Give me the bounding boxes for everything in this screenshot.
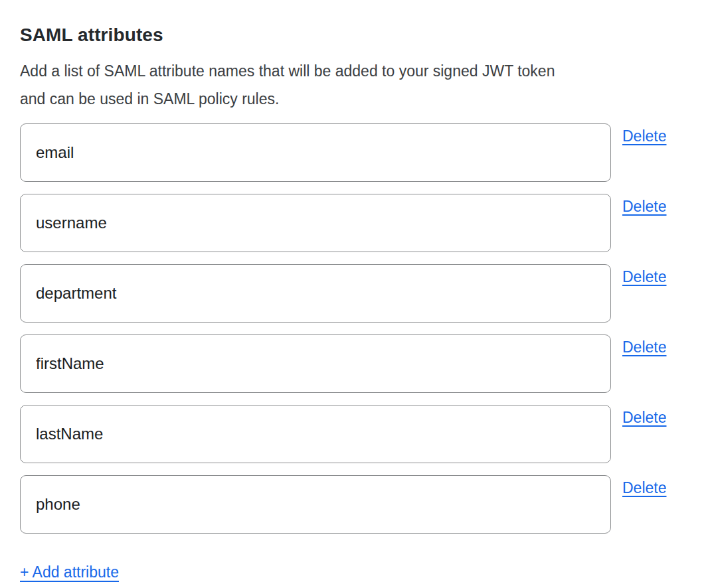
saml-attribute-input[interactable] [20,475,611,534]
attribute-row: Delete [20,264,688,323]
delete-attribute-link[interactable]: Delete [622,127,666,145]
section-description-line: Add a list of SAML attribute names that … [20,57,688,85]
saml-attribute-input[interactable] [20,405,611,463]
delete-attribute-link[interactable]: Delete [622,408,666,427]
attribute-rows: Delete Delete Delete Delete Delete Delet… [20,123,688,534]
section-description-line: and can be used in SAML policy rules. [20,85,688,113]
attribute-row: Delete [20,123,688,182]
delete-attribute-link[interactable]: Delete [622,267,666,286]
attribute-row: Delete [20,405,688,463]
section-description: Add a list of SAML attribute names that … [20,57,688,113]
attribute-row: Delete [20,194,688,252]
delete-attribute-link[interactable]: Delete [622,478,666,497]
section-title: SAML attributes [20,25,688,45]
attribute-row: Delete [20,475,688,534]
saml-attributes-section: SAML attributes Add a list of SAML attri… [0,0,708,588]
delete-attribute-link[interactable]: Delete [622,338,666,356]
delete-attribute-link[interactable]: Delete [622,197,666,216]
add-attribute-link[interactable]: + Add attribute [20,563,119,581]
saml-attribute-input[interactable] [20,123,611,182]
saml-attribute-input[interactable] [20,194,611,252]
saml-attribute-input[interactable] [20,334,611,393]
attribute-row: Delete [20,334,688,393]
saml-attribute-input[interactable] [20,264,611,323]
